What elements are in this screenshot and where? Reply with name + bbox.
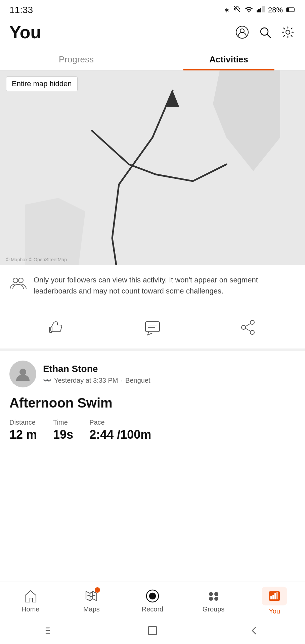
comment-button[interactable] [143, 318, 162, 336]
home-icon [23, 589, 38, 603]
nav-items: Home Maps Record [0, 582, 305, 619]
nav-you-label: You [269, 607, 280, 615]
stat-pace-label: Pace [89, 419, 151, 426]
svg-point-29 [19, 369, 26, 375]
stat-pace-value: 2:44 /100m [89, 428, 151, 442]
stat-time: Time 19s [53, 419, 73, 442]
svg-line-12 [267, 34, 270, 38]
android-home-button[interactable] [142, 624, 163, 637]
svg-point-19 [18, 278, 23, 283]
stat-distance: Distance 12 m [9, 419, 37, 442]
nav-record-label: Record [142, 605, 163, 613]
tab-bar: Progress Activities [0, 48, 305, 70]
page-title: You [9, 22, 41, 42]
svg-point-13 [286, 30, 290, 34]
svg-rect-47 [148, 627, 157, 635]
android-menu-button[interactable] [41, 624, 61, 637]
android-nav-bar [0, 619, 305, 644]
privacy-text: Only your followers can view this activi… [34, 274, 296, 297]
svg-point-18 [13, 278, 18, 283]
nav-maps-label: Maps [83, 605, 100, 613]
stat-distance-value: 12 m [9, 428, 37, 442]
svg-rect-6 [263, 6, 265, 12]
map-watermark: © Mapbox © OpenStreetMap [6, 257, 67, 262]
svg-rect-5 [262, 6, 263, 12]
activity-actions [0, 306, 305, 351]
stat-time-label: Time [53, 419, 73, 426]
profile-button[interactable] [234, 24, 250, 40]
page-header: You [0, 19, 305, 48]
nav-record[interactable]: Record [136, 589, 169, 613]
svg-point-38 [214, 597, 218, 601]
status-bar: 11:33 ∗ 28% [0, 0, 305, 19]
svg-rect-8 [287, 8, 289, 11]
like-button[interactable] [48, 318, 66, 336]
activity-map[interactable]: Entire map hidden © Mapbox © OpenStreetM… [0, 70, 305, 265]
svg-line-28 [246, 328, 250, 331]
svg-rect-21 [145, 322, 160, 332]
svg-rect-40 [270, 596, 272, 599]
battery-icon [286, 6, 296, 14]
svg-rect-42 [274, 593, 276, 599]
svg-rect-3 [258, 9, 260, 12]
tab-progress[interactable]: Progress [0, 48, 152, 70]
battery-status: 28% [268, 6, 283, 14]
android-back-button[interactable] [244, 624, 264, 637]
activity-meta: Ethan Stone 〰️ Yesterday at 3:33 PM · Be… [43, 364, 150, 384]
activity-card: Ethan Stone 〰️ Yesterday at 3:33 PM · Be… [0, 351, 305, 451]
maps-icon [84, 589, 99, 603]
map-route-svg [0, 70, 305, 265]
bluetooth-icon: ∗ [224, 6, 230, 14]
map-hidden-label: Entire map hidden [6, 76, 78, 91]
activity-location: Benguet [125, 377, 150, 384]
activity-user-name: Ethan Stone [43, 364, 150, 374]
you-icon [262, 587, 287, 605]
svg-rect-4 [260, 8, 261, 12]
activity-header: Ethan Stone 〰️ Yesterday at 3:33 PM · Be… [9, 361, 296, 387]
svg-point-24 [250, 320, 254, 324]
svg-point-36 [214, 592, 218, 596]
header-action-icons [234, 24, 296, 40]
svg-rect-43 [276, 592, 278, 599]
activity-time: Yesterday at 3:33 PM [54, 377, 118, 384]
svg-marker-16 [25, 198, 85, 265]
nav-groups[interactable]: Groups [197, 589, 230, 613]
maps-badge [95, 587, 100, 593]
tab-activities[interactable]: Activities [152, 48, 305, 70]
wifi-icon [245, 5, 253, 15]
nav-groups-label: Groups [203, 605, 225, 613]
nav-maps[interactable]: Maps [75, 589, 108, 613]
avatar [9, 361, 36, 387]
record-icon [145, 589, 160, 603]
nav-home[interactable]: Home [14, 589, 47, 613]
svg-rect-2 [257, 10, 258, 12]
stat-time-value: 19s [53, 428, 73, 442]
privacy-icon [9, 275, 27, 292]
privacy-notice: Only your followers can view this activi… [0, 265, 305, 306]
svg-rect-41 [272, 595, 274, 599]
signal-icon [257, 6, 265, 14]
groups-icon [206, 589, 221, 603]
nav-home-label: Home [21, 605, 39, 613]
status-time: 11:33 [9, 5, 33, 15]
settings-button[interactable] [280, 24, 296, 40]
swim-icon: 〰️ [43, 376, 51, 384]
svg-point-35 [209, 592, 213, 596]
svg-point-1 [248, 11, 250, 12]
activity-stats: Distance 12 m Time 19s Pace 2:44 /100m [9, 419, 296, 442]
activity-title: Afternoon Swim [9, 395, 296, 411]
svg-point-34 [149, 593, 156, 599]
status-icons: ∗ 28% [224, 5, 296, 15]
stat-distance-label: Distance [9, 419, 37, 426]
svg-point-25 [250, 330, 254, 334]
share-button[interactable] [239, 318, 257, 336]
nav-you[interactable]: You [258, 587, 291, 615]
activity-meta-info: 〰️ Yesterday at 3:33 PM · Benguet [43, 376, 150, 384]
bottom-navigation: Home Maps Record [0, 582, 305, 644]
mute-icon [233, 5, 241, 15]
svg-point-26 [242, 325, 246, 329]
svg-line-27 [246, 324, 250, 326]
svg-point-37 [209, 597, 213, 601]
stat-pace: Pace 2:44 /100m [89, 419, 151, 442]
search-button[interactable] [257, 24, 273, 40]
